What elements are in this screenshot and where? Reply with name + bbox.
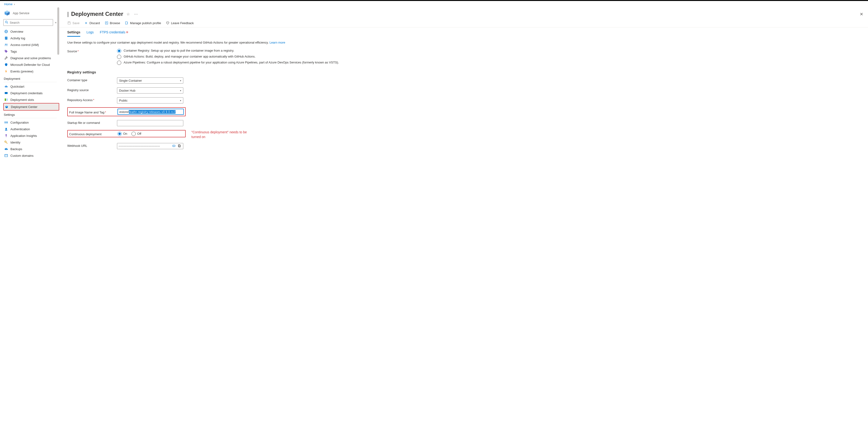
container-type-select[interactable]: Single Container ▾	[117, 77, 183, 84]
desc-body: Use these settings to configure your con…	[67, 41, 270, 44]
source-radio-azure-pipelines[interactable]	[117, 61, 121, 65]
favorite-star-button[interactable]: ☆	[126, 12, 131, 17]
copy-icon[interactable]	[177, 144, 182, 148]
source-option-pipelines-label: Azure Pipelines: Configure a robust depl…	[124, 60, 339, 65]
save-button[interactable]: Save	[67, 21, 80, 25]
sidebar-item-label: Overview	[10, 30, 23, 33]
learn-more-link[interactable]: Learn more	[270, 41, 285, 44]
browse-button[interactable]: Browse	[105, 21, 120, 25]
sidebar-item-custom-domains[interactable]: Custom domains	[3, 152, 59, 159]
source-option-container-registry-label: Container Registry: Setup up your app to…	[124, 49, 234, 53]
chevron-down-icon: ▾	[180, 89, 181, 92]
source-radio-container-registry[interactable]	[117, 49, 121, 53]
full-image-prefix: estore/	[119, 110, 129, 114]
breadcrumb-home-link[interactable]: Home	[4, 2, 12, 6]
sidebar-item-overview[interactable]: Overview	[3, 28, 59, 35]
discard-icon: ✕	[84, 21, 88, 25]
sidebar-item-authentication[interactable]: Authentication	[3, 126, 59, 132]
svg-point-12	[5, 44, 6, 45]
tab-logs[interactable]: Logs	[87, 30, 94, 37]
cd-radio-on[interactable]	[118, 132, 122, 136]
svg-rect-31	[5, 154, 7, 157]
wrench-icon	[4, 56, 8, 60]
key-icon	[4, 140, 8, 144]
webhook-masked-value: ••••••••••••••••••••••••••••••••••••	[119, 145, 170, 148]
sidebar-item-access-control-iam-[interactable]: Access control (IAM)	[3, 41, 59, 48]
discard-button[interactable]: ✕ Discard	[84, 21, 100, 25]
sidebar-item-label: Diagnose and solve problems	[10, 56, 51, 60]
sidebar-item-label: Identity	[10, 141, 20, 144]
startup-command-input[interactable]	[117, 120, 183, 126]
svg-rect-16	[5, 92, 7, 93]
reveal-icon[interactable]	[172, 144, 176, 149]
sidebar-search[interactable]	[3, 19, 53, 26]
sidebar-scrollbar[interactable]	[57, 7, 59, 55]
search-icon	[5, 21, 8, 25]
modified-indicator: ✳	[126, 30, 129, 34]
registry-source-value: Docker Hub	[119, 89, 135, 92]
sidebar-search-input[interactable]	[10, 21, 52, 24]
container-type-value: Single Container	[119, 79, 142, 83]
tab-ftps[interactable]: FTPS credentials✳	[100, 30, 129, 37]
sidebar-item-deployment-center[interactable]: Deployment Center	[3, 103, 59, 110]
close-blade-button[interactable]: ✕	[860, 11, 863, 17]
registry-source-label: Registry source	[67, 87, 117, 92]
more-menu-button[interactable]: ⋯	[133, 12, 139, 17]
sidebar-item-diagnose-and-solve-problems[interactable]: Diagnose and solve problems	[3, 55, 59, 61]
svg-point-26	[7, 122, 8, 123]
sidebar-item-label: Deployment credentials	[10, 91, 43, 95]
source-radio-github-actions[interactable]	[117, 55, 121, 59]
sidebar-item-backups[interactable]: Backups	[3, 146, 59, 152]
cd-on-label: On	[123, 132, 127, 135]
full-image-input[interactable]: estore/feathr-registry:releases-v0.9.0-r…	[118, 109, 184, 115]
webhook-url-field[interactable]: ••••••••••••••••••••••••••••••••••••	[117, 143, 183, 149]
svg-point-13	[6, 44, 7, 45]
full-image-selected-text: feathr-registry:releases-v0.9.0-rc2	[129, 110, 176, 114]
log-icon	[4, 36, 8, 40]
cd-annotation-note: "Continuous deployment" needs to be turn…	[191, 130, 253, 139]
repo-access-select[interactable]: Public ▾	[117, 97, 183, 103]
full-image-label: Full Image Name and Tag*	[69, 109, 118, 114]
feedback-button[interactable]: Leave Feedback	[166, 21, 194, 25]
slots-icon	[4, 98, 8, 102]
svg-rect-35	[126, 22, 127, 24]
sidebar-item-configuration[interactable]: Configuration	[3, 119, 59, 126]
sidebar-item-label: Deployment slots	[10, 98, 34, 102]
cred-icon	[4, 91, 8, 95]
svg-point-37	[174, 146, 174, 146]
sidebar-item-tags[interactable]: Tags	[3, 48, 59, 55]
heart-icon	[166, 21, 169, 25]
sidebar-item-application-insights[interactable]: Application Insights	[3, 132, 59, 139]
breadcrumb: Home ›	[0, 1, 868, 7]
svg-rect-17	[5, 98, 6, 101]
sidebar-item-label: Activity log	[10, 36, 25, 40]
chevron-down-icon: ▾	[180, 79, 181, 82]
sidebar-item-deployment-slots[interactable]: Deployment slots	[3, 96, 59, 103]
shield-icon	[4, 63, 8, 67]
continuous-deployment-group: On Off	[118, 131, 184, 136]
container-type-label: Container type	[67, 77, 117, 82]
svg-rect-33	[68, 22, 69, 23]
title-separator: |	[67, 11, 69, 17]
tab-ftps-label: FTPS credentials	[100, 30, 125, 34]
manage-publish-button[interactable]: Manage publish profile	[125, 21, 161, 25]
sidebar-item-quickstart[interactable]: Quickstart	[3, 83, 59, 90]
svg-point-24	[5, 122, 5, 122]
sidebar-group-settings: Settings	[3, 110, 59, 118]
sidebar-item-label: Configuration	[10, 121, 29, 124]
sidebar-item-activity-log[interactable]: Activity log	[3, 35, 59, 41]
registry-source-select[interactable]: Docker Hub ▾	[117, 87, 183, 94]
tab-settings[interactable]: Settings	[67, 30, 80, 37]
sidebar-item-deployment-credentials[interactable]: Deployment credentials	[3, 90, 59, 96]
svg-point-25	[6, 123, 7, 123]
auth-icon	[4, 127, 8, 131]
svg-point-3	[5, 21, 7, 23]
sidebar-item-label: Application Insights	[10, 134, 37, 137]
sidebar-collapse-button[interactable]: «	[55, 21, 57, 24]
sidebar-item-identity[interactable]: Identity	[3, 139, 59, 146]
cd-radio-off[interactable]	[131, 132, 136, 136]
sidebar-item-label: Tags	[10, 50, 17, 53]
sidebar-item-events-preview-[interactable]: Events (preview)	[3, 68, 59, 74]
app-service-icon	[4, 10, 10, 17]
sidebar-item-microsoft-defender-for-cloud[interactable]: Microsoft Defender for Cloud	[3, 61, 59, 68]
